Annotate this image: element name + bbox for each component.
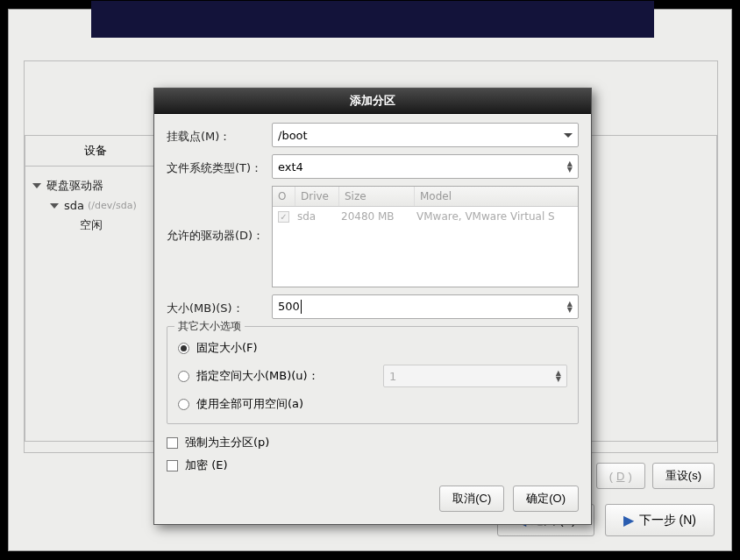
- tree-label: 空闲: [80, 217, 103, 233]
- col-check: O: [273, 187, 295, 206]
- size-input[interactable]: 500 ▲▼: [272, 294, 579, 319]
- banner: [91, 1, 654, 38]
- col-model: Model: [415, 187, 578, 206]
- radio-label: 固定大小(F): [196, 340, 258, 356]
- cancel-button[interactable]: 取消(C): [439, 486, 504, 512]
- tree-label: 硬盘驱动器: [46, 178, 103, 194]
- size-label: 大小(MB)(S)：: [167, 297, 272, 316]
- reset-button[interactable]: 重设(s): [652, 463, 715, 489]
- col-drive: Drive: [295, 187, 339, 206]
- checkbox-icon: [167, 460, 178, 471]
- arrow-right-icon: ▶: [623, 512, 634, 528]
- allowable-drives-table[interactable]: O Drive Size Model ✓ sda 20480 MB VMware…: [272, 186, 579, 287]
- row-size: 20480 MB: [341, 210, 416, 223]
- radio-fixed[interactable]: 固定大小(F): [178, 336, 567, 360]
- radio-label: 指定空间大小(MB)(u)：: [196, 368, 319, 384]
- device-column-header: 设备: [25, 136, 166, 167]
- col-size: Size: [339, 187, 415, 206]
- chevron-down-icon: [32, 183, 41, 188]
- add-partition-dialog: 添加分区 挂载点(M)： /boot 文件系统类型(T)： ext4 ▲▼ 允许…: [153, 88, 592, 525]
- row-checkbox: ✓: [278, 211, 289, 223]
- upto-value: 1: [389, 370, 396, 383]
- mount-value: /boot: [278, 129, 308, 142]
- updown-icon: ▲▼: [567, 160, 573, 173]
- updown-icon: ▲▼: [556, 370, 561, 382]
- table-header: O Drive Size Model: [273, 187, 578, 207]
- updown-icon[interactable]: ▲▼: [567, 301, 573, 313]
- tree-label: sda: [64, 199, 84, 212]
- fstype-row: 文件系统类型(T)： ext4 ▲▼: [167, 154, 579, 179]
- radio-icon: [178, 371, 189, 382]
- fstype-label: 文件系统类型(T)：: [167, 157, 272, 176]
- size-value: 500: [278, 300, 300, 313]
- size-options-group: 其它大小选项 固定大小(F) 指定空间大小(MB)(u)： 1 ▲▼ 使用全部可…: [167, 326, 579, 424]
- dialog-body: 挂载点(M)： /boot 文件系统类型(T)： ext4 ▲▼ 允许的驱动器(…: [154, 114, 591, 524]
- chevron-down-icon: [50, 203, 59, 209]
- check-label: 强制为主分区(p): [185, 435, 269, 450]
- device-path: (/dev/sda): [88, 200, 137, 211]
- action-buttons: (D) 重设(s): [596, 463, 715, 489]
- fstype-value: ext4: [278, 160, 303, 174]
- fstype-combo[interactable]: ext4 ▲▼: [272, 154, 579, 179]
- radio-upto[interactable]: 指定空间大小(MB)(u)： 1 ▲▼: [178, 360, 567, 392]
- check-primary[interactable]: 强制为主分区(p): [167, 431, 579, 454]
- chevron-down-icon: [564, 133, 573, 138]
- upto-size-input: 1 ▲▼: [383, 365, 567, 387]
- drives-row: 允许的驱动器(D)： O Drive Size Model ✓ sda 2048…: [167, 186, 579, 287]
- ok-button[interactable]: 确定(O): [513, 486, 579, 512]
- mount-label: 挂载点(M)：: [167, 125, 272, 145]
- row-model: VMware, VMware Virtual S: [416, 210, 573, 223]
- size-row: 大小(MB)(S)： 500 ▲▼: [167, 294, 579, 319]
- radio-icon: [178, 343, 189, 354]
- check-encrypt[interactable]: 加密 (E): [167, 454, 579, 477]
- d-button: (D): [596, 463, 645, 489]
- radio-label: 使用全部可用空间(a): [196, 396, 303, 412]
- next-label: 下一步 (N): [639, 513, 696, 528]
- checkbox-icon: [167, 437, 178, 449]
- next-button[interactable]: ▶ 下一步 (N): [605, 504, 715, 536]
- mount-row: 挂载点(M)： /boot: [167, 123, 579, 147]
- dialog-title: 添加分区: [154, 89, 591, 114]
- table-row[interactable]: ✓ sda 20480 MB VMware, VMware Virtual S: [273, 207, 578, 226]
- row-drive: sda: [297, 210, 341, 223]
- caret: [301, 300, 302, 314]
- drives-label: 允许的驱动器(D)：: [167, 186, 272, 244]
- size-options-legend: 其它大小选项: [174, 319, 245, 334]
- dialog-buttons: 取消(C) 确定(O): [167, 486, 579, 512]
- radio-icon: [178, 399, 189, 410]
- mount-point-combo[interactable]: /boot: [272, 123, 579, 147]
- radio-fill[interactable]: 使用全部可用空间(a): [178, 392, 567, 416]
- check-label: 加密 (E): [185, 457, 228, 473]
